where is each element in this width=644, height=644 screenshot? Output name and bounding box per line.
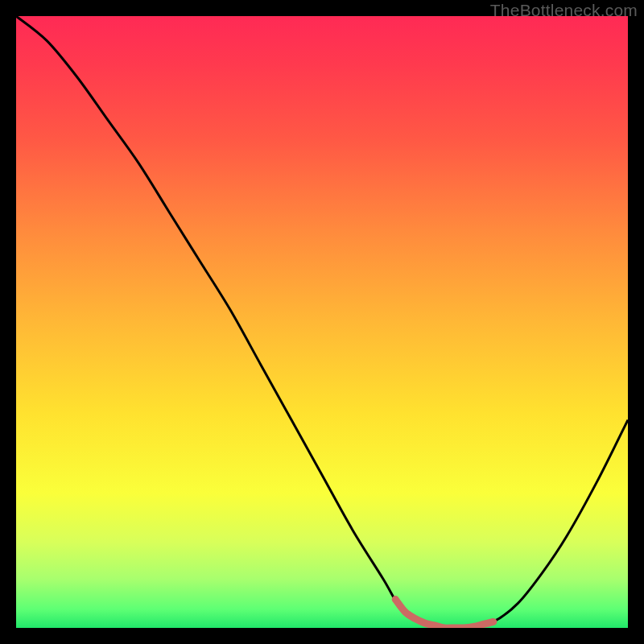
bottleneck-curve-path: [16, 16, 628, 628]
plot-area: [16, 16, 628, 628]
bottleneck-curve: [16, 16, 628, 628]
chart-container: TheBottleneck.com: [0, 0, 644, 644]
optimal-zone-highlight: [395, 600, 493, 628]
watermark-text: TheBottleneck.com: [490, 1, 638, 20]
